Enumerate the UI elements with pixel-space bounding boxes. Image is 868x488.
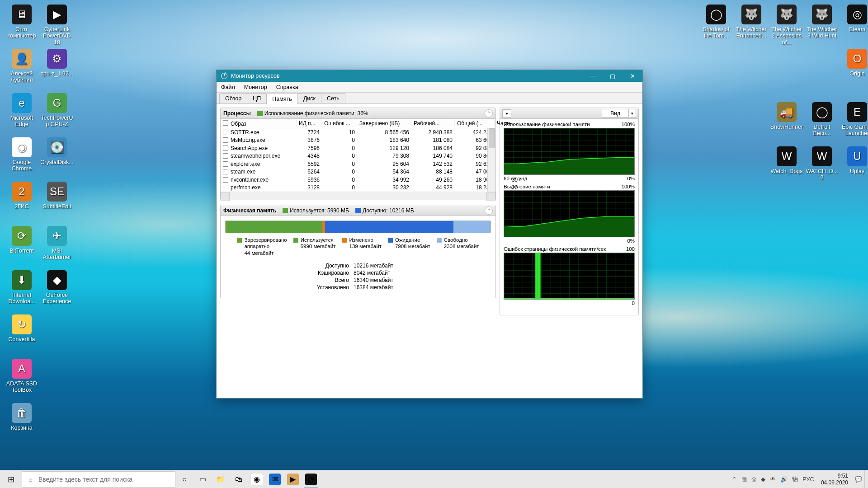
system-tray: ⌃▦◎◆👁🔊物 РУС 9:51 04.09.2020 💬	[730, 470, 868, 488]
checkbox[interactable]	[223, 177, 228, 183]
memory-bar	[225, 221, 491, 233]
desktop-icon[interactable]: SESubtitleEdit	[40, 182, 74, 210]
desktop-icon[interactable]: 🐺The Witcher 3 Wild Hunt	[805, 5, 839, 39]
desktop-icon[interactable]: 🐺The Witcher 2 Assassins of...	[769, 5, 804, 46]
table-row[interactable]: steamwebhelper.exe4348079 308149 74090 8…	[221, 152, 495, 160]
desktop-icon[interactable]: 22ГИС	[5, 182, 39, 210]
desktop-icon[interactable]: ✈MSI Afterburner	[40, 226, 74, 261]
collapse-physmem-icon[interactable]: ⌃	[485, 206, 493, 215]
app-icon	[221, 73, 227, 79]
table-row[interactable]: SOTTR.exe7724108 565 4562 940 388424 220…	[221, 128, 495, 136]
checkbox[interactable]	[223, 130, 228, 135]
window-title: Монитор ресурсов	[231, 73, 280, 79]
tab-memory[interactable]: Память	[266, 94, 298, 104]
show-desktop[interactable]	[864, 470, 868, 488]
column-header[interactable]: Рабочий...	[411, 120, 455, 127]
desktop-icon[interactable]: ◆GeForce Experience	[40, 270, 74, 305]
dropdown-arrow-icon[interactable]: ▾	[628, 109, 636, 117]
desktop-icon[interactable]: ↻Convertilla	[5, 314, 39, 343]
maximize-button[interactable]: ▢	[603, 70, 623, 82]
vertical-scrollbar[interactable]	[487, 128, 495, 192]
desktop-icon[interactable]: UUplay	[840, 146, 868, 174]
close-button[interactable]: ✕	[623, 70, 642, 82]
tray-icon[interactable]: 👁	[768, 476, 778, 483]
tab-disk[interactable]: Диск	[297, 93, 321, 103]
taskbar-store[interactable]: 🛍	[230, 470, 248, 488]
tray-icon[interactable]: 🔊	[778, 476, 790, 483]
tray-icon[interactable]: ▦	[739, 476, 749, 483]
tray-icon[interactable]: ⌃	[730, 476, 739, 483]
taskbar-cortana[interactable]: ○	[175, 470, 193, 488]
desktop-icon[interactable]: OOrigin	[840, 49, 868, 77]
desktop-icon[interactable]: 💽CrystalDisk...	[40, 137, 74, 165]
desktop-icon[interactable]: 🗑Корзина	[5, 403, 39, 431]
taskbar-powerdvd[interactable]: ▶	[284, 470, 302, 488]
column-header[interactable]: Завершено (КБ)	[357, 120, 411, 127]
desktop-icon[interactable]: 🐺The Witcher Enhanced...	[734, 5, 769, 39]
notifications-icon[interactable]: 💬	[853, 476, 864, 483]
desktop-icon[interactable]: 🚚SnowRunner	[769, 102, 804, 130]
collapse-processes-icon[interactable]: ⌃	[485, 109, 493, 117]
desktop-icon[interactable]: WWatch_Dogs	[769, 146, 804, 174]
tab-bar: Обзор ЦП Память Диск Сеть	[217, 93, 642, 104]
column-header[interactable]: Ошибок ...	[322, 120, 357, 127]
menu-monitor[interactable]: Монитор	[240, 84, 272, 90]
desktop-icon[interactable]: WWATCH_D... 2	[805, 146, 839, 181]
tray-icon[interactable]: ◆	[759, 476, 768, 483]
checkbox[interactable]	[223, 161, 228, 167]
tray-icon[interactable]: ◎	[749, 476, 759, 483]
desktop-icon[interactable]: ⚙cpu-z_1.92...	[40, 49, 74, 77]
desktop-icon[interactable]: GTechPowerUp GPU-Z	[40, 93, 74, 128]
desktop-icon[interactable]: EEpic Games Launcher	[840, 102, 868, 137]
table-row[interactable]: perfmon.exe3128030 23244 92818 23626	[221, 184, 495, 192]
desktop-icon[interactable]: ◎Steam	[840, 5, 868, 33]
checkbox[interactable]	[223, 185, 228, 190]
horizontal-scrollbar[interactable]	[221, 192, 495, 200]
taskbar-mail[interactable]: ✉	[266, 470, 284, 488]
column-header[interactable]: Образ	[221, 120, 297, 127]
taskbar-taskview[interactable]: ▭	[193, 470, 212, 488]
desktop-icon[interactable]: ◉Google Chrome	[5, 137, 39, 172]
menu-help[interactable]: Справка	[272, 84, 303, 90]
desktop-icon[interactable]: ⟳BitTorrent	[5, 226, 39, 254]
tray-icon[interactable]: 物	[790, 475, 800, 483]
expand-graphs-icon[interactable]: ▸	[502, 109, 511, 117]
table-row[interactable]: MsMpEng.exe38760183 640181 08063 660117	[221, 136, 495, 145]
column-header[interactable]: ИД п...	[297, 120, 322, 127]
taskbar-chrome[interactable]: ◉	[248, 470, 266, 488]
desktop-icon[interactable]: ◯Shadow of the Tom...	[699, 5, 733, 39]
menu-file[interactable]: Файл	[217, 84, 240, 90]
desktop-icon[interactable]: ◯Detroit Beco...	[805, 102, 839, 137]
start-button[interactable]: ⊞	[0, 470, 22, 488]
column-header[interactable]: Общий (...	[455, 120, 495, 127]
desktop-icon[interactable]: 👤Алексей Аубинин	[5, 49, 39, 84]
taskbar-resmon[interactable]: ◔	[302, 470, 320, 488]
desktop-icon[interactable]: ⬇Internet Downloa...	[5, 270, 39, 305]
tab-cpu[interactable]: ЦП	[247, 93, 267, 103]
column-header[interactable]: Частн...	[495, 120, 520, 127]
checkbox[interactable]	[223, 145, 228, 151]
checkbox[interactable]	[223, 169, 228, 174]
desktop-icon[interactable]: ▶CyberLink PowerDVD 18	[40, 5, 74, 46]
taskbar-explorer[interactable]: 📁	[212, 470, 230, 488]
search-box[interactable]: ⌕	[22, 471, 175, 488]
table-row[interactable]: SearchApp.exe75960129 120186 08492 08893	[221, 144, 495, 152]
desktop-icon[interactable]: eMicrosoft Edge	[5, 93, 39, 128]
checkbox[interactable]	[223, 137, 228, 143]
table-row[interactable]: explorer.exe6592095 604142 53292 62449	[221, 160, 495, 168]
clock[interactable]: 9:51 04.09.2020	[816, 473, 853, 486]
processes-table: ОбразИД п...Ошибок ...Завершено (КБ)Рабо…	[221, 119, 495, 200]
tray-lang[interactable]: РУС	[800, 476, 816, 483]
tab-network[interactable]: Сеть	[321, 93, 345, 103]
search-input[interactable]	[38, 476, 175, 483]
view-dropdown[interactable]: Вид ▾	[602, 109, 636, 117]
tab-overview[interactable]: Обзор	[219, 93, 247, 103]
titlebar[interactable]: Монитор ресурсов — ▢ ✕	[217, 70, 642, 82]
desktop-icon[interactable]: 🖥Этот компьютер	[5, 5, 39, 39]
checkbox[interactable]	[223, 153, 228, 159]
table-row[interactable]: steam.exe5264054 36488 14847 00841	[221, 168, 495, 176]
minimize-button[interactable]: —	[583, 70, 603, 82]
graph: Выделение памяти100% 0%	[504, 184, 635, 244]
table-row[interactable]: nvcontainer.exe5936034 99249 26018 90830	[221, 176, 495, 184]
desktop-icon[interactable]: AADATA SSD ToolBox	[5, 359, 39, 394]
